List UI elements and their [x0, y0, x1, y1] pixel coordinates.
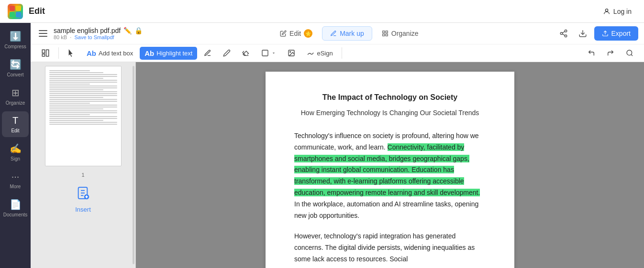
- edit-badge: ⭐: [304, 29, 312, 38]
- compress-icon: ⬇️: [10, 31, 22, 42]
- insert-area[interactable]: Insert: [71, 182, 95, 217]
- thumbnail-scrollbar[interactable]: [133, 66, 134, 264]
- esign-icon: [307, 49, 314, 57]
- page-number: 1: [81, 172, 84, 178]
- download-icon: [578, 29, 587, 38]
- svg-point-18: [627, 50, 632, 55]
- sign-icon: ✍: [10, 143, 22, 154]
- login-button[interactable]: Log in: [598, 5, 636, 18]
- svg-rect-14: [46, 50, 49, 56]
- ab-highlight-icon: Ab: [144, 49, 154, 57]
- thumbnail-toggle-button[interactable]: [36, 46, 55, 60]
- doc-page: The Impact of Technology on Society How …: [266, 72, 514, 268]
- hamburger-button[interactable]: [36, 27, 50, 40]
- hamburger-icon: [39, 30, 47, 37]
- sidebar-item-organize[interactable]: ⊞ Organize: [2, 83, 29, 109]
- insert-label: Insert: [75, 206, 91, 213]
- sidebar-item-sign[interactable]: ✍ Sign: [2, 139, 29, 165]
- app-logo: [8, 4, 23, 19]
- para1-after: In the workplace, automation and AI stre…: [294, 200, 478, 219]
- separator-2: [342, 47, 342, 59]
- pen-tool-button[interactable]: [199, 47, 216, 59]
- tab-markup[interactable]: Mark up: [322, 26, 372, 41]
- para1-highlighted: Connectivity, facilitated by smartphones…: [294, 143, 480, 196]
- export-button[interactable]: Export: [594, 26, 638, 41]
- svg-rect-15: [262, 50, 268, 56]
- sidebar: ⬇️ Compress 🔄 Convert ⊞ Organize T Edit …: [0, 23, 31, 268]
- separator-1: [58, 47, 59, 59]
- thumbnail-page: [45, 66, 122, 166]
- thumbnail-panel: 1 Insert: [31, 62, 136, 268]
- search-icon: [626, 49, 633, 57]
- page-title: Edit: [29, 6, 45, 16]
- redo-button[interactable]: [602, 47, 619, 59]
- pen-icon: [204, 49, 211, 57]
- sidebar-item-edit[interactable]: T Edit: [2, 111, 29, 137]
- edit-tab-icon: [280, 30, 287, 37]
- rename-button[interactable]: ✏️: [123, 27, 132, 34]
- shapes-tool-button[interactable]: [256, 47, 281, 59]
- svg-point-6: [560, 32, 563, 35]
- svg-rect-13: [42, 54, 44, 56]
- redo-icon: [607, 49, 614, 57]
- doc-title: The Impact of Technology on Society: [294, 91, 486, 104]
- content-area: sample english pdf.pdf ✏️ 🔒 80 kB · Save…: [31, 23, 644, 268]
- doc-subtitle: How Emerging Technology Is Changing Our …: [294, 107, 486, 119]
- download-button[interactable]: [575, 26, 590, 41]
- add-textbox-button[interactable]: Ab Add text box: [82, 47, 138, 60]
- image-icon: [288, 49, 295, 57]
- svg-rect-4: [386, 34, 388, 36]
- sidebar-item-compress[interactable]: ⬇️ Compress: [2, 27, 29, 53]
- convert-icon: 🔄: [10, 59, 22, 70]
- file-name: sample english pdf.pdf ✏️ 🔒: [54, 27, 143, 34]
- svg-point-17: [290, 52, 291, 53]
- toolbar-undo-redo: [583, 47, 638, 59]
- svg-line-8: [562, 34, 565, 35]
- doc-para-1: Technology's influence on society is pro…: [294, 130, 486, 221]
- top-bar: Edit Log in: [0, 0, 644, 23]
- sidebar-item-convert[interactable]: 🔄 Convert: [2, 55, 29, 81]
- dropdown-arrow-icon: [271, 51, 276, 55]
- organize-icon: ⊞: [11, 87, 20, 98]
- tab-organize[interactable]: Organize: [374, 27, 426, 40]
- thumb-lines: [49, 70, 117, 125]
- svg-point-7: [565, 35, 567, 37]
- svg-line-9: [562, 32, 565, 33]
- toolbar-center: Edit ⭐ Mark up Organize: [146, 26, 552, 41]
- select-tool-button[interactable]: [63, 47, 80, 59]
- undo-button[interactable]: [583, 47, 600, 59]
- top-bar-right: Log in: [598, 5, 636, 18]
- doc-toolbar-bottom: Ab Add text box Ab Highlight text: [31, 44, 644, 62]
- edit-icon: T: [12, 115, 18, 126]
- svg-line-19: [631, 54, 633, 56]
- sidebar-item-documents[interactable]: 📄 Documents: [2, 195, 29, 221]
- share-button[interactable]: [556, 26, 571, 41]
- user-icon: [603, 8, 611, 15]
- highlight-text-button[interactable]: Ab Highlight text: [140, 47, 197, 60]
- search-button[interactable]: [621, 47, 638, 59]
- save-link[interactable]: Save to Smallpdf: [74, 34, 114, 40]
- esign-tool-button[interactable]: eSign: [302, 47, 337, 59]
- documents-icon: 📄: [10, 199, 22, 210]
- markup-icon: [330, 30, 337, 37]
- ab-add-icon: Ab: [87, 49, 96, 57]
- main-layout: ⬇️ Compress 🔄 Convert ⊞ Organize T Edit …: [0, 23, 644, 268]
- pencil-icon: [223, 49, 231, 57]
- eraser-tool-button[interactable]: [237, 47, 255, 59]
- doc-main: 1 Insert The Impact of Technology on Soc…: [31, 62, 644, 268]
- doc-view: The Impact of Technology on Society How …: [136, 62, 644, 268]
- doc-toolbar-top: sample english pdf.pdf ✏️ 🔒 80 kB · Save…: [31, 23, 644, 44]
- svg-rect-3: [383, 34, 385, 36]
- pencil-tool-button[interactable]: [218, 47, 235, 59]
- eraser-icon: [242, 49, 250, 57]
- tab-edit[interactable]: Edit ⭐: [272, 26, 320, 41]
- svg-point-0: [605, 9, 608, 11]
- image-tool-button[interactable]: [283, 47, 300, 59]
- organize-tab-icon: [382, 30, 389, 37]
- svg-point-5: [565, 30, 567, 32]
- shapes-icon: [261, 49, 269, 57]
- lock-button[interactable]: 🔒: [134, 27, 143, 34]
- sidebar-item-more[interactable]: ··· More: [2, 167, 29, 193]
- insert-icon: [75, 185, 90, 204]
- undo-icon: [588, 49, 595, 57]
